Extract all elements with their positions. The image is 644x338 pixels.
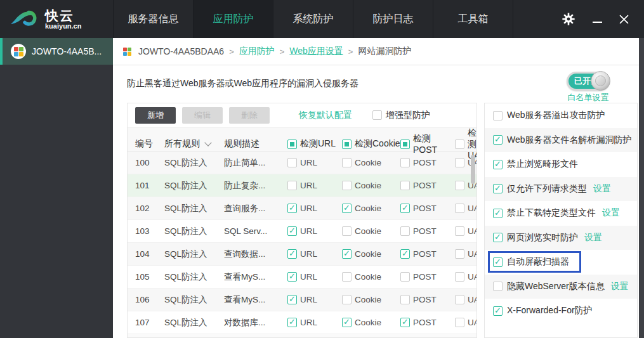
checkbox[interactable]: ✓	[342, 204, 352, 213]
restore-defaults-link[interactable]: 恢复默认配置	[299, 110, 352, 121]
checkbox[interactable]	[342, 181, 352, 190]
table-row[interactable]: 107SQL防注入对数据库...✓URL✓Cookie✓POSTUA	[128, 311, 476, 334]
cell-url: ✓URL	[287, 249, 342, 259]
setting-label: 隐藏WebServer版本信息	[507, 281, 605, 292]
checkbox[interactable]: ✓	[493, 209, 503, 218]
checkbox[interactable]	[400, 226, 410, 236]
checkbox[interactable]: ✓	[493, 160, 503, 169]
setting-item[interactable]: ✓自动屏蔽扫描器	[485, 250, 637, 275]
setting-item[interactable]: 隐藏WebServer版本信息设置	[485, 275, 637, 299]
protection-toggle[interactable]: 已开启	[567, 72, 610, 91]
checkbox[interactable]	[342, 226, 352, 236]
cell-cookie: Cookie	[342, 158, 400, 167]
checkbox[interactable]: ✓	[287, 295, 297, 304]
table-row[interactable]: 100SQL防注入防止简单...URLCookiePOSTUA	[128, 152, 476, 174]
table-row[interactable]: 106SQL防注入查看MyS...✓URLCookiePOSTUA	[128, 289, 476, 311]
toggle-knob[interactable]	[591, 71, 610, 91]
setting-label: X-Forwarded-For防护	[507, 305, 593, 316]
checkbox[interactable]: ✓	[493, 184, 503, 193]
add-button[interactable]: 新增	[135, 107, 176, 124]
checkbox[interactable]	[400, 140, 410, 149]
setting-item[interactable]: ✓禁止浏览畸形文件	[485, 152, 637, 177]
settings-link[interactable]: 设置	[593, 183, 611, 195]
cell-post: POST	[400, 272, 455, 282]
checkbox[interactable]	[455, 249, 464, 259]
checkbox[interactable]: ✓	[400, 204, 410, 213]
setting-item[interactable]: ✓Web服务器文件名解析漏洞防护	[485, 128, 637, 153]
checkbox[interactable]	[455, 158, 464, 167]
setting-item[interactable]: ✓网页浏览实时防护设置	[485, 226, 637, 250]
breadcrumb-item[interactable]: 应用防护	[239, 46, 275, 57]
checkbox[interactable]: ✓	[493, 233, 503, 242]
checkbox[interactable]	[455, 318, 464, 327]
checkbox[interactable]	[342, 295, 352, 304]
close-icon[interactable]	[619, 15, 629, 24]
checkbox[interactable]	[400, 158, 410, 167]
checkbox[interactable]	[342, 140, 352, 149]
checkbox[interactable]: ✓	[287, 249, 297, 259]
checkbox[interactable]	[455, 226, 464, 236]
checkbox[interactable]: ✓	[287, 272, 297, 282]
checkbox[interactable]: ✓	[287, 226, 297, 236]
table-row[interactable]: 101SQL防注入防止复杂...URLCookiePOSTUA	[128, 174, 476, 197]
nav-item[interactable]: 系统防护	[273, 0, 353, 38]
check-icon: ✓	[289, 249, 296, 257]
nav-item[interactable]: 服务器信息	[113, 0, 193, 38]
checkbox[interactable]: ✓	[400, 318, 410, 327]
checkbox[interactable]: ✓	[493, 306, 503, 316]
settings-link[interactable]: 设置	[602, 207, 620, 219]
checkbox[interactable]	[287, 158, 297, 167]
setting-item[interactable]: ✓禁止下载特定类型文件设置	[485, 201, 637, 226]
setting-item[interactable]: Web服务器溢出攻击防护	[485, 103, 637, 128]
checkbox[interactable]: ✓	[342, 249, 352, 259]
check-label: UA	[468, 249, 477, 259]
table-row[interactable]: 103SQL防注入SQL Serv...✓URLCookiePOSTUA	[128, 220, 476, 243]
setting-item[interactable]: ✓X-Forwarded-For防护	[485, 299, 637, 323]
checkbox[interactable]	[400, 181, 410, 190]
checkbox[interactable]	[455, 181, 464, 190]
check-label: URL	[300, 158, 317, 167]
nav-item[interactable]: 工具箱	[433, 0, 513, 38]
column-header-rule-filter[interactable]: 所有规则	[164, 138, 224, 150]
checkbox[interactable]: ✓	[493, 257, 503, 267]
settings-link[interactable]: 设置	[611, 281, 629, 292]
table-scrollbar[interactable]	[471, 155, 475, 184]
checkbox[interactable]	[455, 295, 464, 304]
enhanced-protection-option[interactable]: 增强型防护	[372, 110, 430, 121]
checkbox[interactable]	[493, 282, 503, 291]
checkbox[interactable]	[493, 111, 503, 120]
sidebar-item-server[interactable]: JOWTO-4AA5B...	[0, 38, 113, 65]
nav-item[interactable]: 防护日志	[353, 0, 433, 38]
checkbox[interactable]	[287, 140, 297, 149]
checkbox[interactable]: ✓	[287, 318, 297, 327]
table-row[interactable]: 105SQL防注入查看MyS...✓URLCookiePOSTUA	[128, 266, 476, 289]
checkbox[interactable]	[400, 295, 410, 304]
checkbox[interactable]	[342, 272, 352, 282]
breadcrumb-items: JOWTO-4AA5BDAA6>应用防护>Web应用设置>网站漏洞防护	[138, 46, 411, 57]
table-row[interactable]: 102SQL防注入查询服务...✓URL✓Cookie✓POSTUA	[128, 197, 476, 220]
checkbox[interactable]: ✓	[287, 204, 297, 213]
checkbox[interactable]	[372, 110, 382, 120]
setting-item[interactable]: ✓仅允许下列请求类型设置	[485, 177, 637, 202]
check-label: POST	[413, 181, 437, 190]
checkbox[interactable]: ✓	[342, 318, 352, 327]
checkbox[interactable]	[342, 158, 352, 167]
checkbox[interactable]	[287, 181, 297, 190]
checkbox[interactable]	[455, 140, 464, 149]
window-right-scrollbar[interactable]	[639, 38, 644, 338]
checkbox[interactable]: ✓	[493, 135, 503, 145]
checkbox[interactable]	[455, 272, 464, 282]
checkbox[interactable]	[400, 272, 410, 282]
table-row[interactable]: 104SQL防注入查询数据...✓URL✓Cookie✓POSTUA	[128, 243, 476, 266]
whitelist-settings-link[interactable]: 白名单设置	[568, 92, 609, 103]
settings-link[interactable]: 设置	[584, 232, 602, 244]
checkbox[interactable]	[455, 204, 464, 213]
nav-item[interactable]: 应用防护	[193, 0, 273, 38]
settings-gear-icon[interactable]	[562, 12, 575, 26]
minimize-icon[interactable]	[593, 15, 602, 23]
check-label: UA	[468, 226, 477, 236]
delete-button[interactable]: 删除	[229, 107, 270, 124]
breadcrumb-item[interactable]: Web应用设置	[289, 46, 343, 57]
edit-button[interactable]: 编辑	[182, 107, 223, 124]
checkbox[interactable]: ✓	[400, 249, 410, 259]
